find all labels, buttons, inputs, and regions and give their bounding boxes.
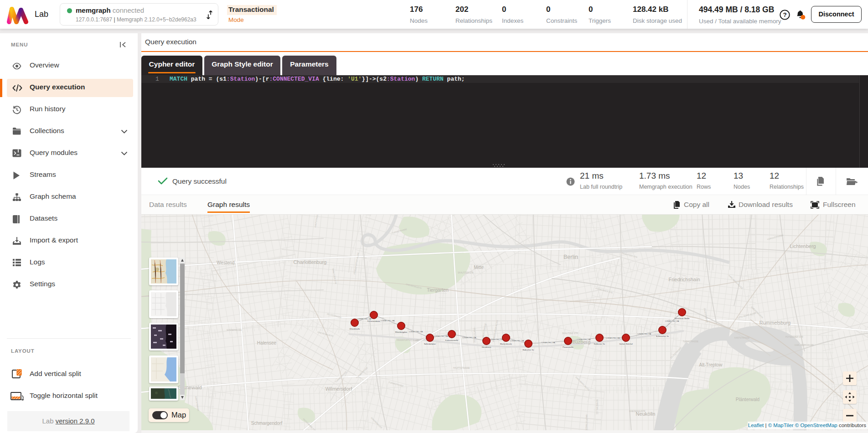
svg-text:Mitte: Mitte — [474, 265, 484, 270]
svg-text:CONNECTED_VIA: CONNECTED_VIA — [637, 333, 651, 335]
svg-text:CONNECTED_VIA: CONNECTED_VIA — [665, 320, 679, 322]
svg-text:Warschauer Straße: Warschauer Straße — [675, 318, 690, 320]
svg-text:TURMSTRASSE: TURMSTRASSE — [683, 340, 698, 343]
svg-text:Charlottenburg: Charlottenburg — [294, 259, 327, 265]
svg-text:Berlin: Berlin — [563, 254, 578, 260]
svg-text:POTSDAMER STR: POTSDAMER STR — [785, 336, 804, 338]
svg-text:Schmargendorf: Schmargendorf — [251, 421, 283, 426]
svg-text:CONNECTED_VIA: CONNECTED_VIA — [409, 331, 423, 333]
svg-text:SKALITZER STR: SKALITZER STR — [458, 272, 474, 274]
svg-text:SONNENALLEE: SONNENALLEE — [596, 399, 598, 414]
svg-text:Plänterwald: Plänterwald — [736, 397, 760, 402]
svg-text:Westend: Westend — [217, 260, 234, 265]
svg-text:KARL-MARX-ALLEE: KARL-MARX-ALLEE — [795, 344, 814, 346]
svg-text:Möckernbrücke: Möckernbrücke — [500, 343, 512, 345]
svg-text:Lichtenberg: Lichtenberg — [790, 243, 816, 249]
svg-text:CONNECTED_VIA: CONNECTED_VIA — [381, 320, 395, 322]
svg-text:CONNECTED_VIA: CONNECTED_VIA — [489, 339, 503, 340]
svg-text:CONNECTED_VIA: CONNECTED_VIA — [462, 337, 476, 339]
svg-text:HAUPTSTRASSE: HAUPTSTRASSE — [453, 367, 470, 369]
svg-text:Kottbusser Tor: Kottbusser Tor — [594, 343, 605, 345]
svg-text:Hallesches Tor: Hallesches Tor — [523, 349, 535, 351]
svg-text:CONNECTED_VIA: CONNECTED_VIA — [510, 340, 524, 342]
svg-text:Kurfürstenstraße: Kurfürstenstraße — [445, 340, 458, 341]
svg-text:KANTSTRASSE: KANTSTRASSE — [473, 328, 475, 343]
svg-text:Rummelsburg: Rummelsburg — [760, 320, 790, 325]
svg-text:CONNECTED_VIA: CONNECTED_VIA — [434, 335, 448, 337]
svg-text:SKALITZER STR: SKALITZER STR — [562, 332, 579, 335]
svg-text:Kurfürstendamm: Kurfürstendamm — [367, 320, 380, 322]
svg-text:CONNECTED_VIA: CONNECTED_VIA — [606, 337, 620, 339]
svg-text:HAUPTSTRASSE: HAUPTSTRASSE — [585, 414, 588, 430]
svg-text:Alt-Treptow: Alt-Treptow — [699, 362, 723, 367]
svg-text:Wilmersdorf: Wilmersdorf — [326, 386, 353, 392]
svg-text:Gleisdreieck: Gleisdreieck — [482, 346, 491, 348]
svg-text:SONNENALLEE: SONNENALLEE — [227, 329, 242, 331]
svg-text:Nollendorfplatz: Nollendorfplatz — [424, 343, 435, 345]
svg-text:Halensee: Halensee — [257, 340, 277, 345]
svg-text:CONNECTED_VIA: CONNECTED_VIA — [577, 339, 591, 340]
svg-text:Görlitzer Bahnhof: Görlitzer Bahnhof — [619, 343, 633, 345]
svg-text:CONNECTED_VIA: CONNECTED_VIA — [357, 318, 372, 320]
svg-text:GNEISENAUSTR: GNEISENAUSTR — [629, 410, 646, 412]
svg-text:Prinzenstraße: Prinzenstraße — [563, 346, 574, 348]
svg-text:KANTSTRASSE: KANTSTRASSE — [734, 337, 749, 339]
svg-text:?: ? — [783, 11, 786, 18]
svg-text:Wittenbergplatz: Wittenbergplatz — [395, 331, 407, 333]
svg-text:Schlesisches Tor: Schlesisches Tor — [656, 335, 669, 337]
svg-text:CONNECTED_VIA: CONNECTED_VIA — [541, 342, 555, 344]
svg-text:Friedrichshain: Friedrichshain — [668, 277, 700, 282]
svg-text:Uhlandstraße: Uhlandstraße — [350, 328, 360, 330]
svg-text:Tiergarten: Tiergarten — [427, 287, 449, 293]
